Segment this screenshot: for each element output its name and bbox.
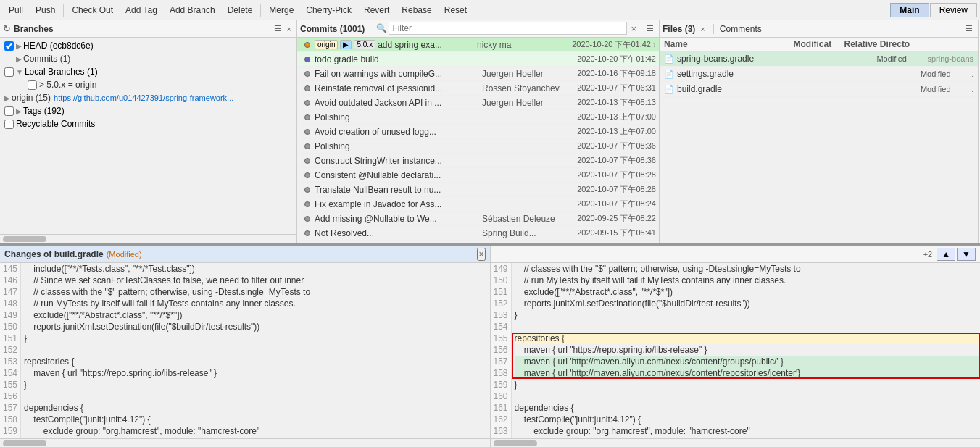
sep1 bbox=[63, 4, 64, 17]
commit-row-0[interactable]: origin ▶ 5.0.x add spring exa... nicky m… bbox=[297, 38, 659, 52]
commit-row-13[interactable]: Not Resolved...Spring Build...2020-09-15… bbox=[297, 226, 659, 241]
commits-menu-icon[interactable]: ☰ bbox=[644, 23, 656, 34]
commit-ref-version: ▶ bbox=[340, 40, 352, 49]
branch-50x-item[interactable]: > 5.0.x = origin bbox=[1, 78, 295, 91]
delete-button[interactable]: Delete bbox=[222, 4, 259, 17]
reset-button[interactable]: Reset bbox=[439, 4, 473, 17]
cm10: Translate NullBean result to nu... bbox=[315, 185, 482, 195]
addtag-button[interactable]: Add Tag bbox=[120, 4, 163, 17]
branch50x-checkbox[interactable] bbox=[28, 80, 37, 90]
addbranch-button[interactable]: Add Branch bbox=[164, 4, 221, 17]
files-close-icon[interactable]: × bbox=[698, 24, 707, 34]
origin-item[interactable]: ▶ origin (15) https://github.com/u014427… bbox=[1, 91, 295, 104]
commits-expand-icon: ▶ bbox=[16, 55, 22, 63]
diff-down-btn[interactable]: ▼ bbox=[957, 248, 976, 261]
code-left-scrollbar[interactable] bbox=[0, 438, 490, 447]
right-codeline-8: maven { url 'http://maven.aliyun.com/nex… bbox=[515, 356, 980, 367]
diff-right-content[interactable]: // classes with the "$" pattern; otherwi… bbox=[512, 263, 980, 438]
cd5 bbox=[304, 114, 310, 120]
commit-row-5[interactable]: Polishing2020-10-13 上午07:00 bbox=[297, 110, 659, 125]
diff-right-panel: +2 ▲ ▼ 149150151152153154155156157158159… bbox=[491, 246, 981, 447]
diff-nav: +2 ▲ ▼ bbox=[923, 248, 976, 261]
cherrypick-button[interactable]: Cherry-Pick bbox=[300, 4, 357, 17]
right-codeline-3: reports.junitXml.setDestination(file("$b… bbox=[515, 298, 980, 309]
commit-row-7[interactable]: Polishing2020-10-07 下午08:36 bbox=[297, 139, 659, 154]
right-linenum-8: 157 bbox=[494, 356, 508, 367]
right-linenum-1: 150 bbox=[494, 275, 508, 286]
right-codeline-10: } bbox=[515, 379, 980, 390]
left-codeline-10: } bbox=[24, 379, 489, 390]
commits-item[interactable]: ▶ Commits (1) bbox=[1, 52, 295, 65]
localbranches-checkbox[interactable] bbox=[4, 67, 14, 77]
file-row-2[interactable]: 📄 build.gradle Modified . bbox=[660, 82, 978, 97]
review-tab[interactable]: Review bbox=[930, 3, 977, 17]
cd7 bbox=[304, 143, 310, 149]
files-menu-icon[interactable]: ☰ bbox=[963, 23, 975, 34]
commit-row-2[interactable]: Fail on warnings with compileG...Juergen… bbox=[297, 67, 659, 81]
commit-row-9[interactable]: Consistent @Nullable declarati...2020-10… bbox=[297, 168, 659, 183]
code-left-close[interactable]: × bbox=[477, 248, 485, 261]
filter-input[interactable] bbox=[389, 22, 627, 35]
cd3 bbox=[304, 85, 310, 91]
left-codeline-6: } bbox=[24, 333, 489, 344]
right-linenum-0: 149 bbox=[494, 263, 508, 275]
code-left-content[interactable]: include(["**/*Tests.class", "**/*Test.cl… bbox=[21, 263, 489, 438]
commit-row-4[interactable]: Avoid outdated Jackson API in ...Juergen… bbox=[297, 96, 659, 110]
cg6 bbox=[300, 129, 315, 135]
diff-right-header: +2 ▲ ▼ bbox=[491, 246, 981, 263]
checkout-button[interactable]: Check Out bbox=[66, 4, 119, 17]
cg11 bbox=[300, 201, 315, 207]
right-scroll-thumb[interactable] bbox=[494, 440, 537, 446]
branches-refresh-icon[interactable]: ↻ bbox=[3, 23, 11, 34]
commit-row-6[interactable]: Avoid creation of unused logg...2020-10-… bbox=[297, 125, 659, 139]
recyclable-item[interactable]: Recyclable Commits bbox=[1, 117, 295, 130]
diff-right-scrollbar[interactable] bbox=[491, 438, 981, 447]
diff-up-btn[interactable]: ▲ bbox=[937, 248, 955, 261]
head-item[interactable]: ▶ HEAD (ecb8dc6e) bbox=[1, 39, 295, 52]
local-branches-item[interactable]: ▼ Local Branches (1) bbox=[1, 65, 295, 78]
push-button[interactable]: Push bbox=[30, 4, 61, 17]
file-dir-2: . bbox=[971, 85, 973, 93]
commit-row-11[interactable]: Fix example in Javadoc for Ass...2020-10… bbox=[297, 197, 659, 212]
cm9: Consistent @Nullable declarati... bbox=[315, 170, 482, 180]
tags-checkbox[interactable] bbox=[4, 106, 14, 116]
branches-scrollbar[interactable] bbox=[0, 234, 296, 243]
commit-row-1[interactable]: todo gradle build 2020-10-20 下午01:42 bbox=[297, 52, 659, 67]
commit-row-10[interactable]: Translate NullBean result to nu...2020-1… bbox=[297, 183, 659, 197]
revert-button[interactable]: Revert bbox=[358, 4, 395, 17]
left-codeline-7 bbox=[24, 344, 489, 356]
cg4 bbox=[300, 100, 315, 106]
head-checkbox[interactable] bbox=[4, 41, 14, 51]
bottom-area: Changes of build.gradle (Modified) × 145… bbox=[0, 244, 980, 447]
branches-scroll-thumb[interactable] bbox=[3, 236, 46, 242]
cm5: Polishing bbox=[315, 112, 482, 122]
rebase-button[interactable]: Rebase bbox=[396, 4, 437, 17]
comments-tab-label[interactable]: Comments bbox=[720, 24, 762, 34]
cd10 bbox=[304, 187, 310, 193]
commit-row-3[interactable]: Reinstate removal of jsessionid...Rossen… bbox=[297, 81, 659, 96]
merge-button[interactable]: Merge bbox=[263, 4, 299, 17]
left-scroll-thumb[interactable] bbox=[3, 440, 46, 446]
files-panel-header: Files (3) × Comments ☰ bbox=[660, 20, 978, 38]
cdate2: 2020-10-16 下午09:18 bbox=[562, 68, 656, 79]
right-codeline-4: } bbox=[515, 309, 980, 321]
right-linenum-5: 154 bbox=[494, 321, 508, 333]
main-tab[interactable]: Main bbox=[890, 3, 929, 17]
branches-close-icon[interactable]: × bbox=[285, 23, 294, 34]
left-linenum-11: 156 bbox=[3, 390, 17, 402]
pull-button[interactable]: Pull bbox=[3, 4, 29, 17]
left-codeline-9: maven { url "https://repo.spring.io/libs… bbox=[24, 367, 489, 379]
top-panels: ↻ Branches ☰ × ▶ HEAD (ecb8dc6e) ▶ Commi… bbox=[0, 20, 980, 244]
file-row-0[interactable]: 📄 spring-beans.gradle Modified spring-be… bbox=[660, 51, 978, 67]
branches-menu-icon[interactable]: ☰ bbox=[272, 23, 283, 34]
cd9 bbox=[304, 172, 310, 178]
left-linenum-9: 154 bbox=[3, 367, 17, 379]
commit-row-8[interactable]: Construct StringWriter instance...2020-1… bbox=[297, 154, 659, 168]
filter-clear-icon[interactable]: × bbox=[628, 22, 639, 35]
file-row-1[interactable]: 📄 settings.gradle Modified . bbox=[660, 67, 978, 82]
tags-item[interactable]: ▶ Tags (192) bbox=[1, 104, 295, 117]
recyclable-checkbox[interactable] bbox=[4, 120, 14, 129]
commit-row-12[interactable]: Add missing @Nullable to We...Sébastien … bbox=[297, 212, 659, 226]
cg9 bbox=[300, 172, 315, 178]
localbranches-label: Local Branches (1) bbox=[25, 67, 98, 77]
